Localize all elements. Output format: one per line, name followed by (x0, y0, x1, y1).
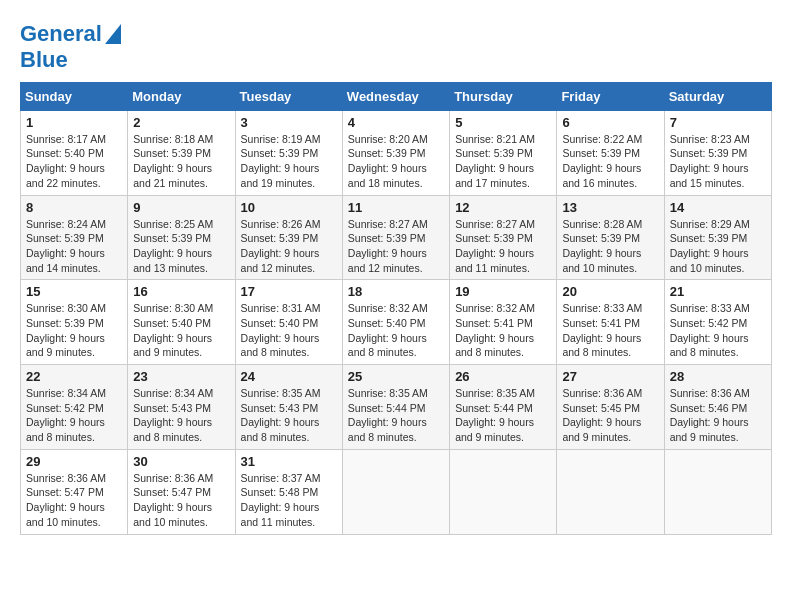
calendar-cell: 9 Sunrise: 8:25 AMSunset: 5:39 PMDayligh… (128, 195, 235, 280)
calendar-cell: 19 Sunrise: 8:32 AMSunset: 5:41 PMDaylig… (450, 280, 557, 365)
calendar-week-row: 1 Sunrise: 8:17 AMSunset: 5:40 PMDayligh… (21, 110, 772, 195)
calendar-header-thursday: Thursday (450, 82, 557, 110)
calendar-cell: 17 Sunrise: 8:31 AMSunset: 5:40 PMDaylig… (235, 280, 342, 365)
logo: General Blue (20, 20, 121, 72)
day-number: 28 (670, 369, 766, 384)
calendar-cell: 31 Sunrise: 8:37 AMSunset: 5:48 PMDaylig… (235, 449, 342, 534)
logo-text-line1: General (20, 22, 102, 46)
day-detail: Sunrise: 8:34 AMSunset: 5:42 PMDaylight:… (26, 387, 106, 443)
day-detail: Sunrise: 8:37 AMSunset: 5:48 PMDaylight:… (241, 472, 321, 528)
day-detail: Sunrise: 8:36 AMSunset: 5:46 PMDaylight:… (670, 387, 750, 443)
svg-marker-0 (105, 24, 121, 44)
day-number: 17 (241, 284, 337, 299)
calendar-cell: 21 Sunrise: 8:33 AMSunset: 5:42 PMDaylig… (664, 280, 771, 365)
day-number: 18 (348, 284, 444, 299)
day-detail: Sunrise: 8:21 AMSunset: 5:39 PMDaylight:… (455, 133, 535, 189)
calendar-cell: 8 Sunrise: 8:24 AMSunset: 5:39 PMDayligh… (21, 195, 128, 280)
day-detail: Sunrise: 8:22 AMSunset: 5:39 PMDaylight:… (562, 133, 642, 189)
day-number: 13 (562, 200, 658, 215)
day-number: 12 (455, 200, 551, 215)
calendar-cell: 11 Sunrise: 8:27 AMSunset: 5:39 PMDaylig… (342, 195, 449, 280)
day-detail: Sunrise: 8:29 AMSunset: 5:39 PMDaylight:… (670, 218, 750, 274)
calendar-cell (342, 449, 449, 534)
calendar-cell: 7 Sunrise: 8:23 AMSunset: 5:39 PMDayligh… (664, 110, 771, 195)
day-number: 6 (562, 115, 658, 130)
day-number: 27 (562, 369, 658, 384)
day-number: 19 (455, 284, 551, 299)
day-detail: Sunrise: 8:19 AMSunset: 5:39 PMDaylight:… (241, 133, 321, 189)
day-detail: Sunrise: 8:35 AMSunset: 5:43 PMDaylight:… (241, 387, 321, 443)
calendar-cell: 26 Sunrise: 8:35 AMSunset: 5:44 PMDaylig… (450, 365, 557, 450)
logo-text-line2: Blue (20, 48, 68, 72)
calendar-cell: 28 Sunrise: 8:36 AMSunset: 5:46 PMDaylig… (664, 365, 771, 450)
calendar-cell: 4 Sunrise: 8:20 AMSunset: 5:39 PMDayligh… (342, 110, 449, 195)
calendar-cell: 15 Sunrise: 8:30 AMSunset: 5:39 PMDaylig… (21, 280, 128, 365)
calendar-cell: 5 Sunrise: 8:21 AMSunset: 5:39 PMDayligh… (450, 110, 557, 195)
day-number: 31 (241, 454, 337, 469)
calendar-cell: 14 Sunrise: 8:29 AMSunset: 5:39 PMDaylig… (664, 195, 771, 280)
day-detail: Sunrise: 8:32 AMSunset: 5:41 PMDaylight:… (455, 302, 535, 358)
calendar-header-wednesday: Wednesday (342, 82, 449, 110)
day-detail: Sunrise: 8:20 AMSunset: 5:39 PMDaylight:… (348, 133, 428, 189)
logo-triangle-icon (105, 24, 121, 44)
day-number: 22 (26, 369, 122, 384)
calendar-header-tuesday: Tuesday (235, 82, 342, 110)
day-detail: Sunrise: 8:30 AMSunset: 5:40 PMDaylight:… (133, 302, 213, 358)
day-detail: Sunrise: 8:36 AMSunset: 5:47 PMDaylight:… (133, 472, 213, 528)
calendar-cell: 18 Sunrise: 8:32 AMSunset: 5:40 PMDaylig… (342, 280, 449, 365)
day-detail: Sunrise: 8:25 AMSunset: 5:39 PMDaylight:… (133, 218, 213, 274)
day-number: 11 (348, 200, 444, 215)
calendar-cell (664, 449, 771, 534)
day-number: 20 (562, 284, 658, 299)
day-number: 3 (241, 115, 337, 130)
calendar-week-row: 8 Sunrise: 8:24 AMSunset: 5:39 PMDayligh… (21, 195, 772, 280)
calendar-cell: 10 Sunrise: 8:26 AMSunset: 5:39 PMDaylig… (235, 195, 342, 280)
day-number: 7 (670, 115, 766, 130)
calendar-cell: 27 Sunrise: 8:36 AMSunset: 5:45 PMDaylig… (557, 365, 664, 450)
day-number: 24 (241, 369, 337, 384)
day-detail: Sunrise: 8:32 AMSunset: 5:40 PMDaylight:… (348, 302, 428, 358)
day-number: 21 (670, 284, 766, 299)
day-detail: Sunrise: 8:27 AMSunset: 5:39 PMDaylight:… (348, 218, 428, 274)
calendar-cell: 20 Sunrise: 8:33 AMSunset: 5:41 PMDaylig… (557, 280, 664, 365)
calendar-cell: 23 Sunrise: 8:34 AMSunset: 5:43 PMDaylig… (128, 365, 235, 450)
calendar-cell: 13 Sunrise: 8:28 AMSunset: 5:39 PMDaylig… (557, 195, 664, 280)
day-detail: Sunrise: 8:35 AMSunset: 5:44 PMDaylight:… (455, 387, 535, 443)
day-detail: Sunrise: 8:27 AMSunset: 5:39 PMDaylight:… (455, 218, 535, 274)
day-number: 16 (133, 284, 229, 299)
day-detail: Sunrise: 8:33 AMSunset: 5:42 PMDaylight:… (670, 302, 750, 358)
day-number: 29 (26, 454, 122, 469)
calendar-week-row: 22 Sunrise: 8:34 AMSunset: 5:42 PMDaylig… (21, 365, 772, 450)
calendar-week-row: 29 Sunrise: 8:36 AMSunset: 5:47 PMDaylig… (21, 449, 772, 534)
day-number: 4 (348, 115, 444, 130)
day-number: 5 (455, 115, 551, 130)
calendar-header-row: SundayMondayTuesdayWednesdayThursdayFrid… (21, 82, 772, 110)
calendar-header-monday: Monday (128, 82, 235, 110)
day-detail: Sunrise: 8:18 AMSunset: 5:39 PMDaylight:… (133, 133, 213, 189)
page-header: General Blue (20, 20, 772, 72)
day-number: 30 (133, 454, 229, 469)
calendar-cell: 24 Sunrise: 8:35 AMSunset: 5:43 PMDaylig… (235, 365, 342, 450)
day-detail: Sunrise: 8:30 AMSunset: 5:39 PMDaylight:… (26, 302, 106, 358)
day-number: 1 (26, 115, 122, 130)
day-detail: Sunrise: 8:26 AMSunset: 5:39 PMDaylight:… (241, 218, 321, 274)
calendar-cell: 6 Sunrise: 8:22 AMSunset: 5:39 PMDayligh… (557, 110, 664, 195)
calendar-cell: 2 Sunrise: 8:18 AMSunset: 5:39 PMDayligh… (128, 110, 235, 195)
day-detail: Sunrise: 8:23 AMSunset: 5:39 PMDaylight:… (670, 133, 750, 189)
day-number: 14 (670, 200, 766, 215)
day-number: 10 (241, 200, 337, 215)
calendar-week-row: 15 Sunrise: 8:30 AMSunset: 5:39 PMDaylig… (21, 280, 772, 365)
calendar-header-friday: Friday (557, 82, 664, 110)
calendar-header-sunday: Sunday (21, 82, 128, 110)
calendar-cell (450, 449, 557, 534)
day-detail: Sunrise: 8:36 AMSunset: 5:45 PMDaylight:… (562, 387, 642, 443)
calendar-cell: 16 Sunrise: 8:30 AMSunset: 5:40 PMDaylig… (128, 280, 235, 365)
calendar-cell (557, 449, 664, 534)
day-number: 15 (26, 284, 122, 299)
calendar-cell: 25 Sunrise: 8:35 AMSunset: 5:44 PMDaylig… (342, 365, 449, 450)
day-detail: Sunrise: 8:36 AMSunset: 5:47 PMDaylight:… (26, 472, 106, 528)
day-number: 26 (455, 369, 551, 384)
calendar-cell: 12 Sunrise: 8:27 AMSunset: 5:39 PMDaylig… (450, 195, 557, 280)
day-detail: Sunrise: 8:31 AMSunset: 5:40 PMDaylight:… (241, 302, 321, 358)
day-number: 8 (26, 200, 122, 215)
